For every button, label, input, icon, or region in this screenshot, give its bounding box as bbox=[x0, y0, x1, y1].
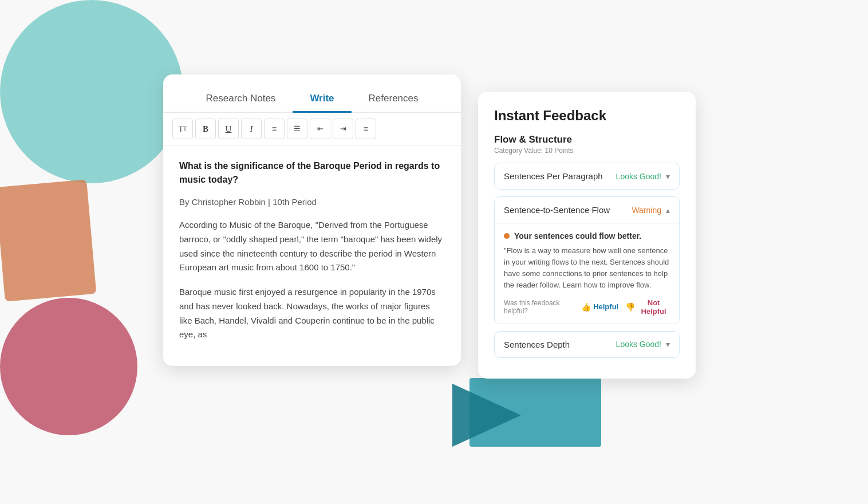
thumbs-down-icon: 👎 bbox=[625, 302, 635, 312]
sentences-per-paragraph-label: Sentences Per Paragraph bbox=[504, 171, 603, 181]
sentences-per-paragraph-chevron: ▾ bbox=[666, 172, 670, 181]
feedback-row-sentence-flow-header[interactable]: Sentence-to-Sentence Flow Warning ▴ bbox=[495, 197, 679, 223]
thumbs-up-icon: 👍 bbox=[581, 302, 591, 312]
toolbar-bold-btn[interactable]: B bbox=[195, 119, 216, 139]
feedback-row-sentences-depth: Sentences Depth Looks Good! ▾ bbox=[494, 331, 680, 358]
toolbar-indent-decrease-btn[interactable]: ⇤ bbox=[310, 119, 330, 139]
feedback-row-sentences-depth-header[interactable]: Sentences Depth Looks Good! ▾ bbox=[495, 332, 679, 357]
sentence-flow-chevron: ▴ bbox=[666, 206, 670, 215]
bg-orange-rect-decoration bbox=[0, 179, 96, 301]
tab-write[interactable]: Write bbox=[293, 86, 351, 113]
editor-content-area[interactable]: What is the significance of the Baroque … bbox=[163, 145, 461, 366]
feedback-section-title: Flow & Structure bbox=[494, 134, 680, 145]
feedback-card: Instant Feedback Flow & Structure Catego… bbox=[478, 92, 696, 379]
sentences-depth-status: Looks Good! ▾ bbox=[616, 340, 670, 349]
sentence-flow-status: Warning ▴ bbox=[632, 206, 670, 215]
tab-references[interactable]: References bbox=[352, 86, 436, 113]
feedback-title: Instant Feedback bbox=[494, 108, 680, 124]
sentence-flow-body: Your sentences could flow better. "Flow … bbox=[495, 223, 679, 324]
helpful-label: Was this feedback helpful? bbox=[504, 299, 574, 315]
main-container: Research Notes Write References TT B U I… bbox=[163, 74, 696, 379]
sentences-depth-status-text: Looks Good! bbox=[616, 340, 661, 349]
toolbar-underline-btn[interactable]: U bbox=[218, 119, 239, 139]
sentences-depth-chevron: ▾ bbox=[666, 340, 670, 349]
editor-paragraph-1: According to Music of the Baroque, "Deri… bbox=[179, 218, 445, 275]
tab-research-notes[interactable]: Research Notes bbox=[188, 86, 293, 113]
editor-title: What is the significance of the Baroque … bbox=[179, 159, 445, 187]
toolbar-align-btn[interactable]: ≡ bbox=[356, 119, 376, 139]
tabs-header: Research Notes Write References bbox=[163, 74, 461, 113]
feedback-row-sentences-per-paragraph: Sentences Per Paragraph Looks Good! ▾ bbox=[494, 163, 680, 190]
feedback-section-subtitle: Category Value: 10 Points bbox=[494, 147, 680, 155]
toolbar-font-size-btn[interactable]: TT bbox=[172, 119, 193, 139]
warning-dot-icon bbox=[504, 233, 510, 239]
bg-teal-circle-decoration bbox=[0, 0, 183, 183]
sentence-flow-label: Sentence-to-Sentence Flow bbox=[504, 205, 610, 215]
toolbar-list-ordered-btn[interactable]: ☰ bbox=[287, 119, 307, 139]
feedback-row-sentences-per-paragraph-header[interactable]: Sentences Per Paragraph Looks Good! ▾ bbox=[495, 163, 679, 189]
sentence-flow-warning-headline: Your sentences could flow better. bbox=[504, 231, 670, 241]
sentences-per-paragraph-status: Looks Good! ▾ bbox=[616, 172, 670, 181]
sentence-flow-warning-body: "Flow is a way to measure how well one s… bbox=[504, 245, 670, 292]
feedback-row-sentence-flow: Sentence-to-Sentence Flow Warning ▴ Your… bbox=[494, 196, 680, 324]
bg-pink-circle-decoration bbox=[0, 298, 137, 435]
toolbar-italic-btn[interactable]: I bbox=[241, 119, 262, 139]
not-helpful-button[interactable]: 👎 Not Helpful bbox=[625, 298, 670, 316]
sentences-depth-label: Sentences Depth bbox=[504, 340, 570, 349]
bg-teal-arrow-decoration bbox=[452, 384, 521, 447]
sentences-per-paragraph-status-text: Looks Good! bbox=[616, 172, 661, 181]
toolbar-list-unordered-btn[interactable]: ≡ bbox=[264, 119, 285, 139]
feedback-helpful-row: Was this feedback helpful? 👍 Helpful 👎 N… bbox=[504, 298, 670, 316]
toolbar-indent-increase-btn[interactable]: ⇥ bbox=[333, 119, 353, 139]
editor-toolbar: TT B U I ≡ ☰ ⇤ ⇥ ≡ bbox=[163, 113, 461, 145]
helpful-button[interactable]: 👍 Helpful bbox=[581, 302, 618, 312]
editor-byline: By Christopher Robbin | 10th Period bbox=[179, 197, 445, 207]
editor-paragraph-2: Baroque music first enjoyed a resurgence… bbox=[179, 285, 445, 342]
editor-card: Research Notes Write References TT B U I… bbox=[163, 74, 461, 366]
sentence-flow-status-text: Warning bbox=[632, 206, 661, 215]
